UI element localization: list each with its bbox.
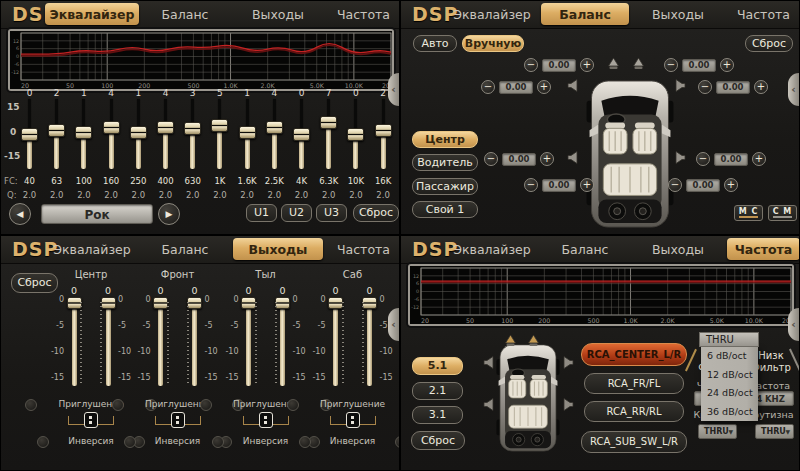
preset-next-button[interactable]: ▶	[158, 203, 180, 225]
rca-front-button[interactable]: RCA_FR/FL	[584, 373, 684, 394]
link-icon[interactable]	[171, 412, 185, 428]
balance-manual-button[interactable]: Вручную	[462, 35, 524, 52]
tab-frequency[interactable]: Частота	[727, 238, 800, 260]
invert-toggle[interactable]	[37, 436, 49, 448]
balance-minus-button[interactable]: −	[664, 58, 678, 72]
tab-equalizer[interactable]: Эквалайзер	[45, 238, 139, 260]
tab-outputs[interactable]: Выходы	[233, 238, 323, 260]
link-icon[interactable]	[84, 412, 98, 428]
invert-toggle[interactable]	[212, 436, 224, 448]
output-slider-handle[interactable]	[275, 297, 290, 309]
balance-plus-button[interactable]: +	[720, 58, 734, 72]
balance-minus-button[interactable]: −	[668, 178, 682, 192]
balance-plus-button[interactable]: +	[752, 152, 766, 166]
link-icon[interactable]	[259, 412, 273, 428]
eq-band-slider-handle[interactable]	[266, 121, 283, 134]
eq-band-slider-handle[interactable]	[320, 116, 337, 129]
high-slope-select[interactable]: THRU▼	[698, 424, 737, 439]
tab-balance[interactable]: Баланс	[141, 3, 229, 25]
balance-plus-button[interactable]: +	[537, 80, 551, 94]
output-slider-handle[interactable]	[362, 297, 377, 309]
eq-band-slider-handle[interactable]	[347, 128, 364, 141]
tab-frequency[interactable]: Частота	[727, 3, 800, 25]
crossover-reset-button[interactable]: Сброс	[411, 431, 465, 450]
eq-band-slider-handle[interactable]	[293, 128, 310, 141]
tab-balance[interactable]: Баланс	[541, 238, 629, 260]
rca-rear-button[interactable]: RCA_RR/RL	[584, 401, 684, 422]
eq-band-slider-handle[interactable]	[211, 119, 228, 132]
tab-outputs[interactable]: Выходы	[633, 238, 723, 260]
balance-minus-button[interactable]: −	[524, 178, 538, 192]
tab-frequency[interactable]: Частота	[327, 238, 400, 260]
slope-option-6db[interactable]: 6 dB/oct	[701, 347, 758, 366]
memory-u3-button[interactable]: U3	[316, 204, 347, 222]
output-slider-handle[interactable]	[101, 297, 116, 309]
eq-reset-button[interactable]: Сброс	[353, 204, 399, 222]
mute-toggle[interactable]	[25, 399, 37, 411]
eq-band-slider-handle[interactable]	[130, 126, 147, 139]
output-scale-label: -15	[46, 373, 64, 382]
drawer-handle[interactable]: ‹	[788, 73, 799, 106]
preset-prev-button[interactable]: ◀	[9, 203, 31, 225]
slope-dropdown-selected[interactable]: THRU	[699, 332, 759, 347]
position-center-button[interactable]: Центр	[412, 131, 478, 148]
drawer-handle[interactable]: ‹	[788, 308, 799, 341]
tab-equalizer[interactable]: Эквалайзер	[45, 3, 139, 25]
eq-band-slider-handle[interactable]	[157, 121, 174, 134]
position-passenger-button[interactable]: Пассажир	[412, 178, 478, 195]
eq-band-slider-handle[interactable]	[48, 124, 65, 137]
balance-reset-button[interactable]: Сброс	[745, 35, 793, 52]
position-custom-button[interactable]: Свой 1	[412, 201, 478, 218]
balance-minus-button[interactable]: −	[484, 152, 498, 166]
memory-u2-button[interactable]: U2	[281, 204, 312, 222]
rca-sub-button[interactable]: RCA_SUB_SW_L/R	[581, 431, 687, 453]
slope-option-24db[interactable]: 24 dB/oct	[701, 384, 758, 403]
mute-toggle[interactable]	[287, 399, 299, 411]
mc-button[interactable]: M C	[734, 205, 763, 221]
preset-display[interactable]: Рок	[41, 204, 153, 224]
balance-plus-button[interactable]: +	[754, 80, 768, 94]
balance-plus-button[interactable]: +	[580, 58, 594, 72]
tab-balance[interactable]: Баланс	[541, 3, 629, 25]
eq-band-slider-handle[interactable]	[239, 126, 256, 139]
mute-toggle[interactable]	[200, 399, 212, 411]
eq-band-slider-handle[interactable]	[184, 122, 201, 135]
tab-equalizer[interactable]: Эквалайзер	[445, 238, 539, 260]
eq-band-slider-handle[interactable]	[75, 126, 92, 139]
tab-frequency[interactable]: Частота	[327, 3, 400, 25]
cm-button[interactable]: C M	[768, 205, 797, 221]
balance-minus-button[interactable]: −	[481, 80, 495, 94]
tab-outputs[interactable]: Выходы	[233, 3, 323, 25]
tab-balance[interactable]: Баланс	[141, 238, 229, 260]
eq-band-slider-handle[interactable]	[21, 128, 38, 141]
balance-auto-button[interactable]: Авто	[413, 35, 457, 52]
balance-plus-button[interactable]: +	[724, 178, 738, 192]
balance-minus-button[interactable]: −	[524, 58, 538, 72]
outputs-reset-button[interactable]: Сброс	[11, 273, 58, 293]
balance-minus-button[interactable]: −	[698, 80, 712, 94]
output-slider-handle[interactable]	[187, 297, 202, 309]
invert-toggle[interactable]	[124, 436, 136, 448]
svg-text:50: 50	[466, 317, 474, 324]
eq-band-slider-handle[interactable]	[375, 124, 392, 137]
mode-5-1-button[interactable]: 5.1	[412, 357, 463, 375]
position-driver-button[interactable]: Водитель	[412, 154, 478, 171]
low-slope-select[interactable]: THRU▼	[755, 424, 794, 439]
tab-equalizer[interactable]: Эквалайзер	[445, 3, 539, 25]
rca-center-button[interactable]: RCA_CENTER_L/R	[581, 343, 687, 366]
memory-u1-button[interactable]: U1	[246, 204, 277, 222]
mode-3-1-button[interactable]: 3.1	[412, 406, 463, 424]
eq-band-gain-value: 1	[236, 88, 258, 98]
link-icon[interactable]	[346, 412, 360, 428]
slope-option-36db[interactable]: 36 dB/oct	[701, 403, 758, 422]
balance-plus-button[interactable]: +	[540, 152, 554, 166]
mode-2-1-button[interactable]: 2.1	[412, 382, 463, 400]
invert-toggle[interactable]	[299, 436, 311, 448]
tab-outputs[interactable]: Выходы	[633, 3, 723, 25]
eq-band-slider-handle[interactable]	[103, 121, 120, 134]
mute-toggle[interactable]	[112, 399, 124, 411]
balance-plus-button[interactable]: +	[580, 178, 594, 192]
slope-option-12db[interactable]: 12 dB/oct	[701, 366, 758, 385]
balance-minus-button[interactable]: −	[696, 152, 710, 166]
svg-text:2.0K: 2.0K	[661, 317, 676, 324]
